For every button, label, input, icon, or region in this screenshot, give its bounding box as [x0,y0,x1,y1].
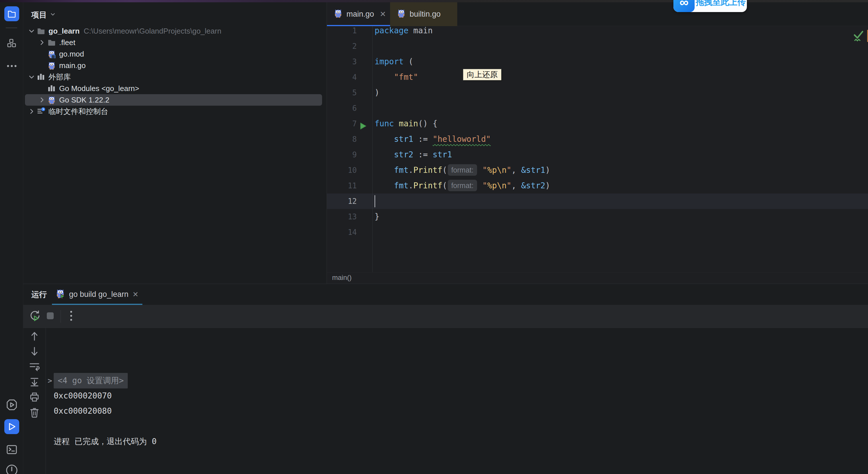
code-text: } [375,209,379,225]
line-number[interactable]: 2 [327,38,357,54]
code-line-4: 4 "fmt" [327,69,868,85]
activity-profiler-button[interactable] [4,397,19,412]
tree-row-.fleet[interactable]: .fleet [23,37,326,48]
code-text: "fmt" [375,69,418,85]
line-number[interactable]: 9 [327,147,357,162]
line-number[interactable]: 13 [327,209,357,225]
chevron-down-icon[interactable] [28,27,35,35]
chevron-right-icon[interactable] [28,108,35,115]
gopher-run-icon [56,289,65,300]
code-area[interactable]: 1package main23import (4 "fmt"5)67func m… [327,2,868,270]
code-line-6: 6 [327,100,868,116]
chevron-down-icon[interactable] [28,73,35,81]
code-line-14: 14 [327,225,868,240]
console-output[interactable]: ><4 go 设置调用>0xc0000200700xc000020080进程 已… [23,328,868,474]
gomod-icon [47,49,56,59]
tree-row-go.mod[interactable]: go.mod [23,48,326,60]
inspection-widget[interactable]: 1 [852,29,868,44]
fold-chevron-icon[interactable]: > [48,373,52,388]
line-number[interactable]: 11 [327,178,357,194]
more-button[interactable] [64,309,79,324]
editor[interactable]: 1package main23import (4 "fmt"5)67func m… [327,2,868,284]
breadcrumb[interactable]: main() [327,272,868,283]
library-icon [47,84,56,93]
console-folded-line[interactable]: <4 go 设置调用> [54,373,128,388]
tree-row-label: main.go [59,61,86,70]
upload-dropzone[interactable]: ∞ 拖拽至此上传 [673,0,747,12]
chevron-right-icon[interactable] [38,39,45,46]
toolbar-separator [61,310,61,323]
line-number[interactable]: 14 [327,225,357,240]
tree-row-go-sdk-1.22.2[interactable]: Go SDK 1.22.2 [23,94,326,106]
project-tree: go_learnC:\Users\meowr\GolandProjects\go… [23,2,326,284]
chevron-right-icon[interactable] [38,96,45,103]
tree-row-label: Go SDK 1.22.2 [59,96,110,105]
gutter-border [372,26,373,272]
code-line-3: 3import ( [327,54,868,69]
more-icon [7,65,17,67]
line-number[interactable]: 3 [327,54,357,69]
line-number[interactable]: 8 [327,131,357,147]
code-text: import ( [375,54,413,69]
rerun-icon [29,309,42,324]
text-caret [375,195,375,207]
activity-terminal-button[interactable] [4,442,19,457]
code-text: str1 := "helloworld" [375,131,491,147]
stop-icon [45,311,55,322]
stop-button[interactable] [43,309,58,324]
hexagon-play-icon [5,398,18,411]
parameter-hint[interactable]: format: [448,164,477,176]
activity-run-button[interactable] [4,419,19,434]
play-icon [7,422,17,432]
line-number[interactable]: 7 [327,116,357,131]
folder-icon [47,38,56,48]
close-icon[interactable]: ✕ [380,10,386,19]
tree-row-label: 临时文件和控制台 [49,107,108,117]
editor-tab-builtin.go[interactable]: builtin.go [390,2,457,26]
upload-dropzone-label: 拖拽至此上传 [694,0,747,12]
tree-row-go-modules-go-learn-[interactable]: Go Modules <go_learn> [23,83,326,94]
activity-problems-button[interactable] [4,465,19,474]
line-number[interactable]: 6 [327,100,357,116]
restore-up-tooltip: 向上还原 [463,69,501,80]
parameter-hint[interactable]: format: [448,180,477,191]
close-icon[interactable]: ✕ [133,290,138,299]
rerun-button[interactable] [28,309,43,324]
line-number[interactable]: 5 [327,85,357,100]
tree-row-go-learn[interactable]: go_learnC:\Users\meowr\GolandProjects\go… [23,25,326,37]
run-tab[interactable]: go build go_learn ✕ [52,284,143,305]
gopher-icon [47,95,56,105]
code-line-12: 12 [327,194,868,209]
tree-row--[interactable]: 外部库 [23,71,326,83]
editor-tab-main.go[interactable]: main.go✕ [327,2,390,26]
tree-row-main.go[interactable]: main.go [23,60,326,71]
editor-tab-label: builtin.go [410,10,441,19]
infinity-icon: ∞ [673,0,694,12]
tree-row--[interactable]: 临时文件和控制台 [23,106,326,117]
scratch-icon [36,107,45,116]
code-text: str2 := str1 [375,147,452,162]
activity-more-button[interactable] [4,59,19,73]
code-line-2: 2 [327,38,868,54]
run-panel: 运行 go build go_learn ✕ ><4 go 设置调用>0xc00… [23,284,868,474]
tree-row-label: .fleet [59,38,75,47]
line-number[interactable]: 12 [327,194,357,209]
breadcrumb-item[interactable]: main() [332,274,352,282]
tree-row-label: go.mod [59,50,84,59]
tree-row-label: Go Modules <go_learn> [59,84,139,93]
line-number[interactable]: 10 [327,162,357,178]
run-panel-title: 运行 [31,284,47,305]
activity-structure-button[interactable] [4,36,19,51]
project-panel: 项目 go_learnC:\Users\meowr\GolandProjects… [23,2,326,284]
code-line-10: 10 fmt.Printf(format: "%p\n", &str1) [327,162,868,178]
inspection-ok-icon [852,29,865,44]
run-tab-label: go build go_learn [69,290,128,299]
line-number[interactable]: 4 [327,69,357,85]
tree-row-label: 外部库 [49,72,71,82]
activity-project-button[interactable] [4,6,19,21]
folder-icon [36,26,45,36]
editor-tab-label: main.go [346,10,374,19]
run-toolbar [23,305,868,328]
code-line-9: 9 str2 := str1 [327,147,868,162]
code-line-13: 13} [327,209,868,225]
